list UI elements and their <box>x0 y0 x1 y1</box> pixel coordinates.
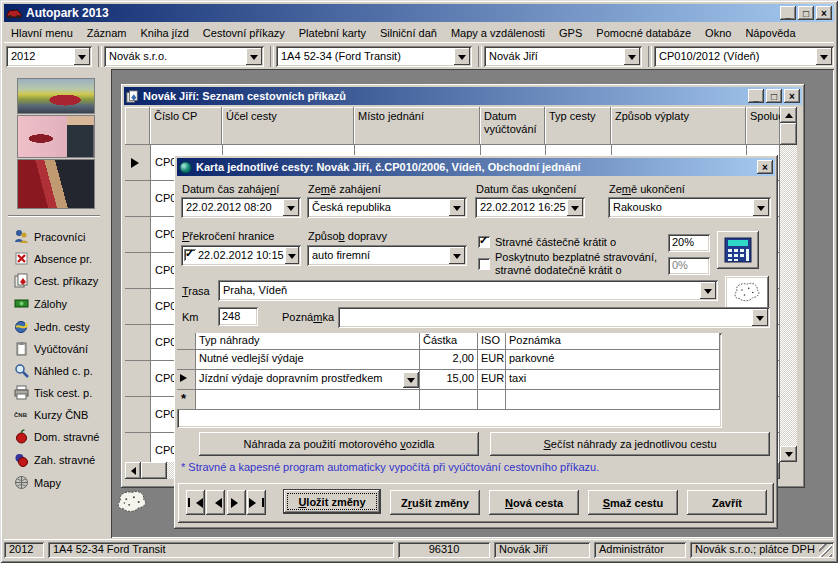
single-trips-icon <box>14 319 29 336</box>
sidebar-item-absence[interactable]: Absence pr. <box>14 250 92 268</box>
sidebar-item-zalohy[interactable]: Zálohy <box>14 295 67 313</box>
expenses-table: Typ náhrady Částka ISO Poznámka Nutné ve… <box>177 333 722 428</box>
menu-kniha-jizd[interactable]: Kniha jízd <box>134 24 196 42</box>
sidebar-item-zah-stravne[interactable]: Zah. stravné <box>14 451 95 469</box>
expenses-col-typ: Typ náhrady <box>196 333 420 350</box>
app-window: Autopark 2013 _ □ × Hlavní menu Záznam K… <box>0 0 838 563</box>
person-combo[interactable]: Novák Jiří <box>484 46 642 67</box>
sidebar-item-jedn-cesty[interactable]: Jedn. cesty <box>14 318 90 336</box>
travel-orders-icon <box>14 273 29 290</box>
delete-trip-button[interactable]: Smaž cestu <box>588 490 678 515</box>
nav-last-button[interactable] <box>247 490 266 515</box>
sidebar-item-kurzy-cnb[interactable]: ČNB Kurzy ČNB <box>14 406 88 424</box>
route-combo[interactable]: Praha, Vídeň <box>218 280 718 301</box>
chevron-down-icon[interactable] <box>449 199 465 216</box>
chevron-down-icon[interactable] <box>403 372 419 388</box>
border-cross-checkbox[interactable] <box>184 249 196 261</box>
chevron-down-icon[interactable] <box>624 48 640 65</box>
nav-prev-button[interactable] <box>206 490 225 515</box>
menu-platebni-karty[interactable]: Platební karty <box>292 24 373 42</box>
menu-cestovni-prikazy[interactable]: Cestovní příkazy <box>196 24 292 42</box>
cancel-changes-button[interactable]: Zrušit změny <box>390 490 480 515</box>
sidebar-item-pracovnici[interactable]: Pracovníci <box>14 228 85 246</box>
chevron-down-icon[interactable] <box>285 247 299 264</box>
menu-hlavni-menu[interactable]: Hlavní menu <box>4 24 80 42</box>
close-button[interactable]: × <box>816 6 832 20</box>
sidebar-item-mapy[interactable]: Mapy <box>14 474 61 492</box>
map-button[interactable] <box>725 276 769 309</box>
sum-refunds-button[interactable]: Sečíst náhrady za jednotlivou cestu <box>490 432 770 456</box>
nav-next-button[interactable] <box>227 490 246 515</box>
chevron-down-icon[interactable] <box>816 48 832 65</box>
menu-pomocne-databaze[interactable]: Pomocné databáze <box>589 24 698 42</box>
vehicle-refund-button[interactable]: Náhrada za použití motorového vozidla <box>199 432 479 456</box>
expenses-col-selector <box>177 333 196 350</box>
col-ucel-cesty[interactable]: Účel cesty <box>222 107 354 145</box>
scroll-down-icon[interactable] <box>780 446 797 462</box>
chevron-down-icon[interactable] <box>752 309 768 326</box>
meal-partial-label: Stravné částečně krátit o <box>495 236 616 248</box>
new-trip-button[interactable]: Nová cesta <box>489 490 579 515</box>
chevron-down-icon[interactable] <box>567 199 583 216</box>
resize-grip[interactable] <box>819 544 832 557</box>
sidebar-item-cest-prikazy[interactable]: Cest. příkazy <box>14 272 98 290</box>
col-misto-jednani[interactable]: Místo jednání <box>354 107 480 145</box>
menu-napoveda[interactable]: Nápověda <box>738 24 802 42</box>
scrollbar-track[interactable] <box>780 123 797 446</box>
sidebar-item-vyuctovani[interactable]: Vyúčtování <box>14 340 88 358</box>
end-country-combo[interactable]: Rakousko <box>608 197 771 218</box>
col-typ-cesty[interactable]: Typ cesty <box>545 107 611 145</box>
list-minimize-button[interactable]: _ <box>748 89 764 103</box>
menu-mapy-a-vzdalenosti[interactable]: Mapy a vzdálenosti <box>444 24 552 42</box>
sidebar-item-dom-stravne[interactable]: Dom. stravné <box>14 428 99 446</box>
km-field[interactable]: 248 <box>218 307 258 326</box>
scroll-left-icon[interactable] <box>125 462 141 479</box>
chevron-down-icon[interactable] <box>454 48 470 65</box>
sidebar-item-nahled-cp[interactable]: Náhled c. p. <box>14 362 93 380</box>
menu-okno[interactable]: Okno <box>698 24 738 42</box>
scrollbar-thumb[interactable] <box>780 123 797 145</box>
nav-first-button[interactable] <box>186 490 205 515</box>
transport-combo[interactable]: auto firemní <box>307 245 467 266</box>
expenses-col-castka: Částka <box>420 333 478 350</box>
col-cislo-cp[interactable]: Číslo CP <box>150 107 222 145</box>
list-maximize-button[interactable]: □ <box>766 89 782 103</box>
col-spolucestujici[interactable]: Spolucestující <box>746 107 780 145</box>
foreign-meal-icon <box>14 452 29 469</box>
scroll-up-icon[interactable] <box>780 107 797 123</box>
chevron-down-icon[interactable] <box>449 247 465 264</box>
save-changes-button[interactable]: Uložit změny <box>283 489 381 514</box>
close-dialog-button[interactable]: Zavřít <box>687 490 767 515</box>
chevron-down-icon[interactable] <box>753 199 769 216</box>
scrollbar-thumb[interactable] <box>141 462 167 479</box>
col-datum-vyuctovani[interactable]: Datum vyúčtování <box>480 107 545 145</box>
menu-zaznam[interactable]: Záznam <box>80 24 134 42</box>
meal-free-percent-field[interactable]: 0% <box>668 257 710 275</box>
sidebar-item-tisk-cest-p[interactable]: Tisk cest. p. <box>14 384 92 402</box>
vehicle-combo[interactable]: 1A4 52-34 (Ford Transit) <box>276 46 472 67</box>
meal-free-checkbox[interactable] <box>478 258 490 270</box>
menu-silnicni-dan[interactable]: Silniční daň <box>373 24 444 42</box>
chevron-down-icon[interactable] <box>74 48 90 65</box>
start-country-combo[interactable]: Česká republika <box>307 197 467 218</box>
note-combo[interactable] <box>338 307 770 328</box>
travel-order-combo[interactable]: CP010/2012 (Vídeň) <box>654 46 834 67</box>
calculator-button[interactable] <box>717 231 759 269</box>
year-combo[interactable]: 2012 <box>6 46 92 67</box>
list-close-button[interactable]: × <box>784 89 800 103</box>
meal-partial-checkbox[interactable] <box>478 236 490 248</box>
chevron-down-icon[interactable] <box>700 282 716 299</box>
border-cross-combo[interactable]: 22.02.2012 10:15 <box>181 245 301 266</box>
minimize-button[interactable]: _ <box>780 6 796 20</box>
dialog-close-button[interactable]: × <box>757 160 773 174</box>
meal-partial-percent-field[interactable]: 20% <box>668 234 710 252</box>
chevron-down-icon[interactable] <box>246 48 262 65</box>
maximize-button[interactable]: □ <box>798 6 814 20</box>
company-combo[interactable]: Novák s.r.o. <box>104 46 264 67</box>
end-datetime-combo[interactable]: 22.02.2012 16:25 <box>475 197 585 218</box>
col-zpusob-vyplaty[interactable]: Způsob výplaty <box>611 107 746 145</box>
start-datetime-combo[interactable]: 22.02.2012 08:20 <box>181 197 301 218</box>
vertical-scrollbar[interactable] <box>780 107 797 462</box>
menu-gps[interactable]: GPS <box>552 24 589 42</box>
chevron-down-icon[interactable] <box>283 199 299 216</box>
